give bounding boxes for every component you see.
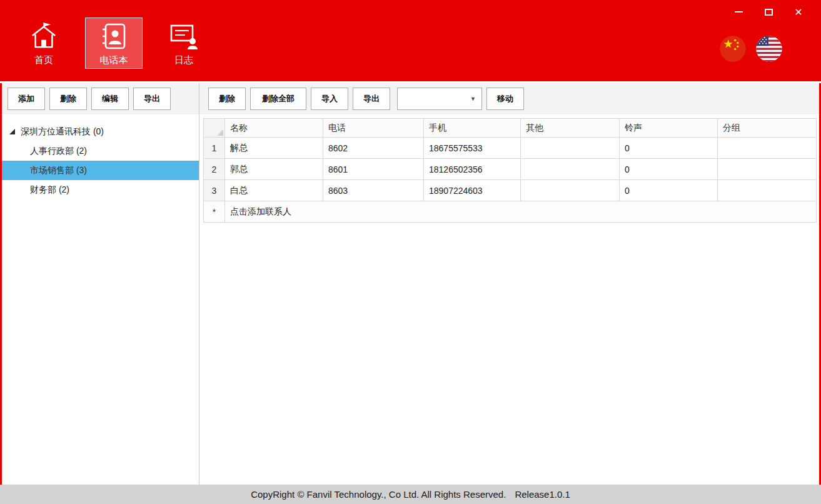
column-header-name[interactable]: 名称 [225,119,323,138]
group-export-button[interactable]: 导出 [133,88,171,110]
table-new-row: * 点击添加联系人 [204,201,817,223]
cell-group[interactable] [718,180,817,201]
cell-name[interactable]: 解总 [225,138,323,159]
cell-ringtone[interactable]: 0 [620,138,718,159]
row-number[interactable]: 2 [204,159,225,180]
table-corner-cell[interactable] [204,119,225,138]
tab-log[interactable]: 日志 [155,18,213,69]
cell-ringtone[interactable]: 0 [620,180,718,201]
table-row: 1 解总 8602 18675575533 0 [204,138,817,159]
tab-log-label: 日志 [174,55,193,64]
tree-node-label: 人事行政部 (2) [30,146,87,157]
chevron-down-icon: ▼ [470,96,476,102]
app-window: 首页 电话本 [0,0,821,504]
tree-root-label: 深圳方位通讯科技 (0) [21,126,104,138]
main-nav: 首页 电话本 [15,18,213,69]
cell-name[interactable]: 郭总 [225,159,323,180]
tree-node-label: 市场销售部 (3) [30,165,87,176]
group-delete-button[interactable]: 删除 [49,88,87,110]
cell-group[interactable] [718,159,817,180]
cell-other[interactable] [521,159,620,180]
home-icon [29,19,58,51]
close-button[interactable]: ✕ [783,3,813,21]
contact-export-button[interactable]: 导出 [353,88,390,110]
column-header-phone[interactable]: 电话 [323,119,424,138]
status-bar: CopyRight © Fanvil Technology., Co Ltd. … [0,485,821,504]
table-row: 3 白总 8603 18907224603 0 [204,180,817,201]
maximize-icon [765,9,773,16]
cell-other[interactable] [521,180,620,201]
row-number[interactable]: 1 [204,138,225,159]
row-number[interactable]: 3 [204,180,225,201]
table-row: 2 郭总 8601 18126502356 0 [204,159,817,180]
group-edit-button[interactable]: 编辑 [91,88,129,110]
group-panel: 添加 删除 编辑 导出 深圳方位通讯科技 (0) 人事行政部 (2) 市场销售部… [2,83,199,485]
contact-import-button[interactable]: 导入 [311,88,348,110]
chinese-flag-icon[interactable] [720,36,746,62]
maximize-button[interactable] [753,3,783,21]
tree-node-hr-dept[interactable]: 人事行政部 (2) [2,141,199,161]
contact-move-button[interactable]: 移动 [486,88,524,110]
tree-node-label: 财务部 (2) [30,184,69,196]
contact-delete-button[interactable]: 删除 [208,88,246,110]
cell-phone[interactable]: 8603 [323,180,424,201]
add-contact-hint[interactable]: 点击添加联系人 [225,201,817,223]
contacts-grid-area: 名称 电话 手机 其他 铃声 分组 1 解总 8602 [199,114,819,485]
cell-ringtone[interactable]: 0 [620,159,718,180]
group-add-button[interactable]: 添加 [8,88,45,110]
language-switcher [720,36,782,62]
column-header-mobile[interactable]: 手机 [424,119,521,138]
minimize-button[interactable] [723,3,753,21]
group-select-dropdown[interactable]: ▼ [397,88,482,110]
log-icon [169,19,199,51]
column-header-group[interactable]: 分组 [718,119,817,138]
contacts-toolbar: 删除 删除全部 导入 导出 ▼ 移动 [199,83,819,114]
contacts-panel: 删除 删除全部 导入 导出 ▼ 移动 [199,83,819,485]
tab-phonebook[interactable]: 电话本 [85,18,143,69]
content-area: 添加 删除 编辑 导出 深圳方位通讯科技 (0) 人事行政部 (2) 市场销售部… [0,83,821,485]
tab-home-label: 首页 [34,55,53,64]
cell-phone[interactable]: 8602 [323,138,424,159]
contact-delete-all-button[interactable]: 删除全部 [250,88,306,110]
release-version: Release1.0.1 [515,489,570,500]
cell-phone[interactable]: 8601 [323,159,424,180]
contacts-table: 名称 电话 手机 其他 铃声 分组 1 解总 8602 [203,118,817,223]
tree-node-sales-dept[interactable]: 市场销售部 (3) [2,161,199,180]
table-header-row: 名称 电话 手机 其他 铃声 分组 [204,119,817,138]
copyright-text: CopyRight © Fanvil Technology., Co Ltd. … [251,489,506,500]
cell-group[interactable] [718,138,817,159]
new-row-marker[interactable]: * [204,201,225,223]
phonebook-icon [99,19,128,51]
tab-phonebook-label: 电话本 [100,55,128,64]
minimize-icon [735,11,743,13]
cell-mobile[interactable]: 18126502356 [424,159,521,180]
group-toolbar: 添加 删除 编辑 导出 [2,83,199,114]
cell-other[interactable] [521,138,620,159]
tree-expander-icon[interactable] [9,129,15,134]
window-controls: ✕ [723,3,813,21]
usa-flag-icon[interactable] [756,36,782,62]
tab-home[interactable]: 首页 [15,18,73,69]
app-header: 首页 电话本 [0,0,821,81]
cell-mobile[interactable]: 18907224603 [424,180,521,201]
column-header-other[interactable]: 其他 [521,119,620,138]
cell-name[interactable]: 白总 [225,180,323,201]
tree-node-finance-dept[interactable]: 财务部 (2) [2,180,199,199]
column-header-ringtone[interactable]: 铃声 [620,119,718,138]
tree-root-node[interactable]: 深圳方位通讯科技 (0) [2,122,199,141]
group-tree: 深圳方位通讯科技 (0) 人事行政部 (2) 市场销售部 (3) 财务部 (2) [2,114,199,199]
cell-mobile[interactable]: 18675575533 [424,138,521,159]
